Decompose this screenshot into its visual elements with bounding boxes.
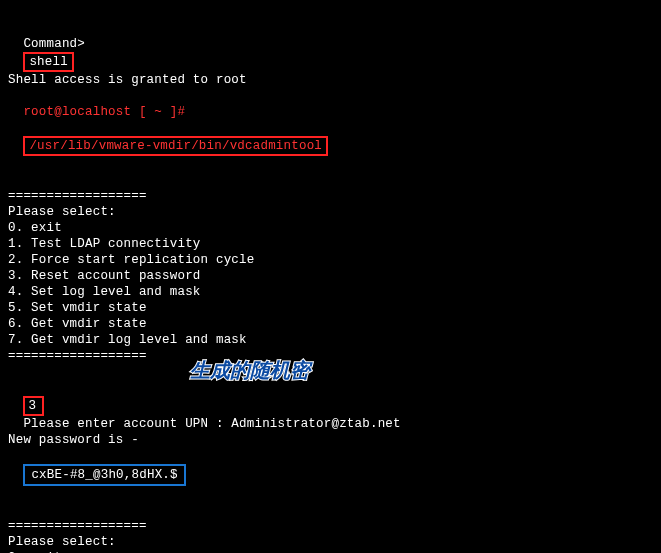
menu-title: Please select: (8, 534, 653, 550)
shell-command: /usr/lib/vmware-vmdir/bin/vdcadmintool (23, 136, 328, 156)
menu-item-6[interactable]: 6. Get vmdir state (8, 316, 653, 332)
menu-item-7[interactable]: 7. Get vmdir log level and mask (8, 332, 653, 348)
newpwd-label: New password is - (8, 432, 653, 448)
newpwd-line: cxBE-#8_@3h0,8dHX.$ (8, 448, 653, 486)
newpwd-value: cxBE-#8_@3h0,8dHX.$ (23, 464, 185, 486)
blank (8, 156, 653, 172)
menu-item-2[interactable]: 2. Force start replication cycle (8, 252, 653, 268)
menu-item-1[interactable]: 1. Test LDAP connectivity (8, 236, 653, 252)
command-line[interactable]: Command> shell (8, 20, 653, 72)
command-entered: shell (23, 52, 74, 72)
upn-line: Please enter account UPN : Administrator… (8, 416, 653, 432)
separator: ================== (8, 518, 653, 534)
command-prompt: Command> (23, 37, 85, 51)
blank (8, 502, 653, 518)
separator: ================== (8, 188, 653, 204)
header-line (8, 4, 653, 20)
blank (8, 172, 653, 188)
separator: ================== (8, 348, 653, 364)
shell-line[interactable]: root@localhost [ ~ ]# /usr/lib/vmware-vm… (8, 88, 653, 156)
blank (8, 364, 653, 380)
access-msg: Shell access is granted to root (8, 72, 653, 88)
shell-prompt: root@localhost [ ~ ]# (23, 105, 185, 119)
menu-item-0[interactable]: 0. exit (8, 220, 653, 236)
menu-item-4[interactable]: 4. Set log level and mask (8, 284, 653, 300)
menu-item-5[interactable]: 5. Set vmdir state (8, 300, 653, 316)
user-choice-line[interactable]: 3 (8, 380, 653, 416)
menu-title: Please select: (8, 204, 653, 220)
menu-item-3[interactable]: 3. Reset account password (8, 268, 653, 284)
blank (8, 486, 653, 502)
user-choice: 3 (23, 396, 44, 416)
